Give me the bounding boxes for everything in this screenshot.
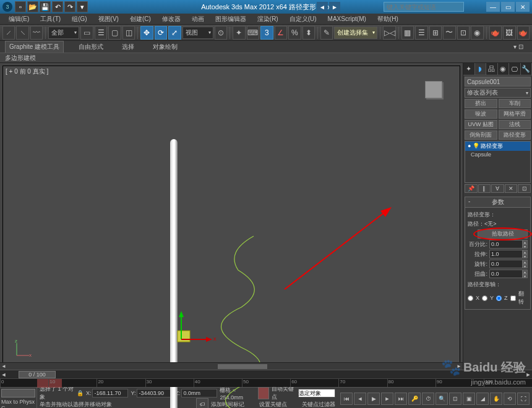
timeline-track[interactable]: 0 10 20 30 40 50 60 70 80 90 100 [0, 378, 532, 387]
next-frame-icon[interactable]: ► [381, 393, 393, 405]
redo-icon[interactable]: ↷ [64, 1, 75, 12]
layer-manager-icon[interactable]: ☰ [415, 26, 427, 40]
select-region-icon[interactable]: ▢ [108, 26, 121, 40]
menu-render[interactable]: 渲染(R) [252, 14, 283, 25]
scroll-thumb[interactable] [218, 364, 267, 369]
history-fwd-icon[interactable]: ► [329, 2, 340, 12]
menu-view[interactable]: 视图(V) [93, 14, 124, 25]
viewcube[interactable] [420, 76, 447, 103]
stack-item-capsule[interactable]: Capsule [465, 151, 530, 158]
menu-create[interactable]: 创建(C) [125, 14, 156, 25]
timeslider-right-icon[interactable]: ► [525, 372, 532, 378]
mod-btn-noise[interactable]: 噪波 [465, 109, 497, 119]
twist-down-icon[interactable]: ▾ [523, 274, 528, 278]
pan-icon[interactable]: ✋ [490, 393, 502, 405]
display-tab-icon[interactable]: 🖵 [509, 63, 521, 75]
mod-btn-extrude[interactable]: 挤出 [465, 99, 497, 108]
rendered-frame-icon[interactable]: 🖼 [503, 26, 515, 40]
snap-toggle-icon[interactable]: 3 [260, 26, 273, 40]
align-icon[interactable]: ▦ [401, 26, 414, 40]
mod-btn-bevel[interactable]: 倒角剖面 [465, 130, 497, 140]
select-by-name-icon[interactable]: ☰ [95, 26, 107, 40]
selection-filter-dropdown[interactable]: 全部 [48, 27, 79, 39]
mod-btn-normal[interactable]: 法线 [499, 120, 531, 129]
menu-edit[interactable]: 编辑(E) [4, 14, 34, 25]
close-button[interactable]: ✕ [516, 2, 530, 12]
pick-path-button[interactable]: 拾取路径 [478, 229, 528, 239]
qat-dropdown-icon[interactable]: ▾ [77, 1, 88, 12]
percent-input[interactable] [489, 240, 523, 249]
keyfilter-label[interactable]: 关键点过滤器 [302, 401, 335, 409]
stretch-input[interactable] [489, 250, 523, 258]
goto-start-icon[interactable]: ⏮ [340, 393, 353, 405]
mod-btn-lathe[interactable]: 车削 [499, 99, 531, 108]
ribbon-panel-label[interactable]: 多边形建模 [0, 53, 532, 63]
twist-input[interactable] [489, 270, 523, 278]
history-back-icon[interactable]: ◄ [317, 2, 328, 12]
minimize-button[interactable]: — [486, 2, 500, 12]
modify-tab-icon[interactable]: ◗ [475, 63, 487, 75]
mod-btn-pathdeform[interactable]: 路径变形 [499, 130, 531, 140]
material-editor-icon[interactable]: ◉ [471, 26, 483, 40]
zoom-extents-icon[interactable]: ▣ [463, 393, 475, 405]
manipulate-icon[interactable]: ✦ [233, 26, 245, 40]
mod-btn-uvw[interactable]: UVW 贴图 [465, 120, 497, 129]
time-config-icon[interactable]: ⏱ [422, 393, 434, 405]
selected-object-field[interactable] [298, 389, 335, 397]
stretch-up-icon[interactable]: ▴ [523, 250, 528, 254]
ribbon-toggle-icon[interactable]: ⊞ [429, 26, 442, 40]
remove-modifier-icon[interactable]: ✕ [505, 184, 518, 193]
render-icon[interactable]: 🫖 [517, 26, 530, 40]
search-input[interactable] [384, 2, 464, 12]
object-name-field[interactable]: Capsule001 [465, 77, 531, 87]
axis-y-radio[interactable] [482, 295, 487, 301]
ribbon-tab-selection[interactable]: 选择 [118, 41, 138, 53]
percent-down-icon[interactable]: ▾ [523, 244, 528, 249]
curve-editor-icon[interactable]: 〜 [443, 26, 455, 40]
save-icon[interactable]: 💾 [40, 1, 51, 12]
scroll-right-icon[interactable]: ► [455, 363, 463, 369]
axis-z-radio[interactable] [496, 295, 502, 301]
ref-coord-dropdown[interactable]: 视图 [182, 27, 213, 39]
ribbon-tab-paint[interactable]: 对象绘制 [149, 41, 181, 53]
rotate-down-icon[interactable]: ▾ [523, 264, 528, 268]
select-scale-icon[interactable]: ⤢ [168, 26, 181, 40]
viewport[interactable]: [ + 0 前 0 真实 ] x z x [2, 66, 460, 367]
stack-item-pathdeform[interactable]: ● 💡 路径变形 [465, 142, 530, 151]
axis-x-radio[interactable] [468, 295, 473, 301]
new-icon[interactable]: ▫ [15, 1, 26, 12]
motion-tab-icon[interactable]: ◉ [498, 63, 510, 75]
viewport-label[interactable]: [ + 0 前 0 真实 ] [6, 67, 48, 76]
rollout-params-header[interactable]: -参数 [465, 197, 531, 208]
rotate-input[interactable] [489, 260, 523, 268]
rotate-up-icon[interactable]: ▴ [523, 260, 528, 264]
utilities-tab-icon[interactable]: 🔧 [521, 63, 533, 75]
lock-selection-icon[interactable]: 🔒 [77, 390, 84, 396]
orbit-icon[interactable]: ⟲ [504, 393, 516, 405]
play-icon[interactable]: ▶ [367, 393, 380, 405]
angle-snap-icon[interactable]: ∠ [275, 26, 287, 40]
show-end-result-icon[interactable]: ‖ [478, 184, 491, 193]
timeslider-handle[interactable]: 0 / 100 [19, 371, 56, 378]
menu-help[interactable]: 帮助(H) [372, 14, 403, 25]
menu-tools[interactable]: 工具(T) [35, 14, 66, 25]
modifier-list-dropdown[interactable]: 修改器列表 [465, 88, 531, 98]
select-move-icon[interactable]: ✥ [140, 26, 153, 40]
time-tag-icon[interactable]: 🏷 [196, 398, 208, 408]
timeslider-left-icon[interactable]: ◄ [0, 372, 7, 378]
render-setup-icon[interactable]: 🫖 [489, 26, 502, 40]
app-logo[interactable]: 3 [2, 2, 12, 12]
named-selection-dropdown[interactable]: 创建选择集 [334, 27, 377, 39]
select-rotate-icon[interactable]: ⟳ [155, 26, 167, 40]
ribbon-tab-freeform[interactable]: 自由形式 [75, 41, 107, 53]
spinner-snap-icon[interactable]: ⬍ [302, 26, 315, 40]
link-icon[interactable]: ⟋ [2, 26, 15, 40]
goto-end-icon[interactable]: ⏭ [395, 393, 407, 405]
flip-checkbox[interactable] [510, 295, 516, 301]
modifier-stack[interactable]: ● 💡 路径变形 Capsule [465, 141, 531, 183]
time-slider[interactable]: ◄ 0 / 100 ► [0, 370, 532, 378]
stack-bulb-icon[interactable]: 💡 [473, 143, 479, 149]
schematic-view-icon[interactable]: ⊡ [457, 26, 470, 40]
prev-frame-icon[interactable]: ◄ [354, 393, 366, 405]
menu-maxscript[interactable]: MAXScript(M) [323, 14, 371, 23]
